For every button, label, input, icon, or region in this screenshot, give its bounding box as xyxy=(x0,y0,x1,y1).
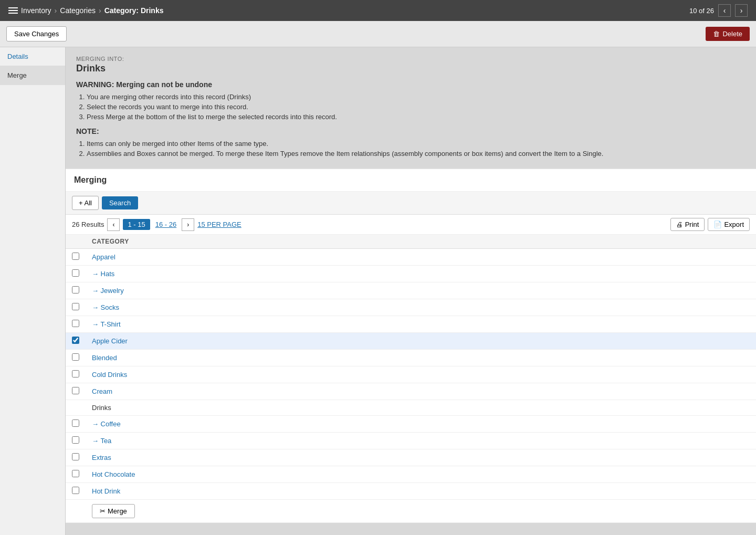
sidebar-item-details[interactable]: Details xyxy=(0,47,65,66)
category-link-cream[interactable]: Cream xyxy=(92,387,112,395)
breadcrumb-current: Category: Drinks xyxy=(104,6,164,15)
category-link-tshirt[interactable]: → T-Shirt xyxy=(92,320,121,328)
hamburger-icon[interactable] xyxy=(8,7,18,14)
pagination-text: 10 of 26 xyxy=(689,7,714,15)
results-bar: 26 Results ‹ 1 - 15 16 - 26 › 15 PER PAG… xyxy=(66,215,756,235)
merge-action-row: ✂ Merge xyxy=(66,500,756,523)
table-header-category: CATEGORY xyxy=(86,235,756,249)
export-button[interactable]: 📄 Export xyxy=(708,218,750,231)
print-icon: 🖨 xyxy=(676,221,683,228)
category-link-coffee[interactable]: → Coffee xyxy=(92,420,121,428)
search-button[interactable]: Search xyxy=(102,196,138,209)
table-row: → Jewelry xyxy=(66,282,756,299)
page-range-2[interactable]: 16 - 26 xyxy=(153,219,178,229)
print-button[interactable]: 🖨 Print xyxy=(670,218,705,231)
note-title: NOTE: xyxy=(76,127,746,135)
warning-title: WARNING: Merging can not be undone xyxy=(76,80,746,89)
note-list: Items can only be merged into other Item… xyxy=(76,140,746,158)
category-link-apparel[interactable]: Apparel xyxy=(92,253,116,261)
warning-step-2: Select the records you want to merge int… xyxy=(87,103,746,111)
breadcrumb: Inventory › Categories › Category: Drink… xyxy=(21,6,163,15)
row-checkbox-socks[interactable] xyxy=(72,303,79,310)
merge-info: MERGING INTO: Drinks WARNING: Merging ca… xyxy=(66,47,756,168)
note-item-2: Assemblies and Boxes cannot be merged. T… xyxy=(87,150,746,158)
next-page-button[interactable]: › xyxy=(182,218,194,231)
category-link-hot-chocolate[interactable]: Hot Chocolate xyxy=(92,470,135,478)
trash-icon: 🗑 xyxy=(713,30,720,38)
table-row: Apparel xyxy=(66,249,756,266)
category-label-drinks: Drinks xyxy=(92,404,111,412)
nav-left: Inventory › Categories › Category: Drink… xyxy=(8,6,163,15)
warning-steps: You are merging other records into this … xyxy=(76,93,746,121)
sidebar-item-merge[interactable]: Merge xyxy=(0,66,65,85)
results-count: 26 Results xyxy=(72,221,104,228)
table-row: Cold Drinks xyxy=(66,366,756,383)
top-nav: Inventory › Categories › Category: Drink… xyxy=(0,0,756,21)
table-row: Hot Chocolate xyxy=(66,466,756,483)
merging-into-label: MERGING INTO: xyxy=(76,56,746,62)
panel-toolbar: + All Search xyxy=(66,192,756,215)
table-row: Drinks xyxy=(66,400,756,416)
category-link-jewelry[interactable]: → Jewelry xyxy=(92,287,124,295)
category-table: CATEGORY Apparel→ Hats→ Jewelry→ Socks→ … xyxy=(66,235,756,523)
page-range-1-active[interactable]: 1 - 15 xyxy=(123,219,150,230)
row-checkbox-cold-drinks[interactable] xyxy=(72,370,79,377)
row-checkbox-jewelry[interactable] xyxy=(72,286,79,293)
category-link-extras[interactable]: Extras xyxy=(92,454,111,461)
prev-page-button[interactable]: ‹ xyxy=(107,218,120,231)
export-icon: 📄 xyxy=(713,221,722,228)
toolbar: Save Changes 🗑 Delete xyxy=(0,21,756,47)
main-content: MERGING INTO: Drinks WARNING: Merging ca… xyxy=(66,47,756,535)
row-checkbox-hot-chocolate[interactable] xyxy=(72,470,79,477)
breadcrumb-sep-2: › xyxy=(99,6,101,15)
delete-button[interactable]: 🗑 Delete xyxy=(706,27,750,41)
category-link-cold-drinks[interactable]: Cold Drinks xyxy=(92,371,127,379)
row-checkbox-cream[interactable] xyxy=(72,387,79,394)
note-item-1: Items can only be merged into other Item… xyxy=(87,140,746,148)
table-row: Cream xyxy=(66,383,756,400)
row-checkbox-apple-cider[interactable] xyxy=(72,337,79,344)
row-checkbox-tshirt[interactable] xyxy=(72,320,79,327)
category-link-apple-cider[interactable]: Apple Cider xyxy=(92,337,128,345)
results-left: 26 Results ‹ 1 - 15 16 - 26 › 15 PER PAG… xyxy=(72,218,242,231)
breadcrumb-categories[interactable]: Categories xyxy=(60,6,96,15)
table-row: → Hats xyxy=(66,266,756,282)
merging-panel-title: Merging xyxy=(66,169,756,192)
warning-step-3: Press Merge at the bottom of the list to… xyxy=(87,113,746,121)
row-checkbox-blended[interactable] xyxy=(72,353,79,361)
row-checkbox-hot-drink[interactable] xyxy=(72,487,79,494)
table-row: → Tea xyxy=(66,433,756,449)
category-link-tea[interactable]: → Tea xyxy=(92,437,111,445)
category-link-hats[interactable]: → Hats xyxy=(92,270,114,278)
row-checkbox-apparel[interactable] xyxy=(72,253,79,260)
table-row: → T-Shirt xyxy=(66,316,756,333)
merge-icon: ✂ xyxy=(100,507,106,515)
all-button[interactable]: + All xyxy=(72,196,99,210)
category-link-hot-drink[interactable]: Hot Drink xyxy=(92,487,120,495)
category-link-socks[interactable]: → Socks xyxy=(92,303,119,311)
table-row: Blended xyxy=(66,350,756,366)
category-link-blended[interactable]: Blended xyxy=(92,354,117,362)
row-checkbox-tea[interactable] xyxy=(72,436,79,444)
merging-into-name: Drinks xyxy=(76,63,746,74)
table-row: → Coffee xyxy=(66,416,756,433)
warning-box: WARNING: Merging can not be undone You a… xyxy=(76,80,746,158)
row-checkbox-hats[interactable] xyxy=(72,269,79,277)
breadcrumb-inventory[interactable]: Inventory xyxy=(21,6,51,15)
save-changes-button[interactable]: Save Changes xyxy=(6,26,67,41)
row-checkbox-coffee[interactable] xyxy=(72,419,79,427)
nav-right: 10 of 26 ‹ › xyxy=(689,4,748,17)
next-record-button[interactable]: › xyxy=(735,4,748,17)
warning-step-1: You are merging other records into this … xyxy=(87,93,746,101)
main-layout: Details Merge MERGING INTO: Drinks WARNI… xyxy=(0,47,756,535)
merge-button[interactable]: ✂ Merge xyxy=(92,504,135,518)
table-row: → Socks xyxy=(66,299,756,316)
table-header-checkbox-col xyxy=(66,235,86,249)
row-checkbox-extras[interactable] xyxy=(72,453,79,460)
results-right: 🖨 Print 📄 Export xyxy=(670,218,750,231)
sidebar: Details Merge xyxy=(0,47,66,535)
prev-record-button[interactable]: ‹ xyxy=(718,4,731,17)
per-page-link[interactable]: 15 PER PAGE xyxy=(197,221,242,228)
table-row: Apple Cider xyxy=(66,333,756,350)
breadcrumb-sep-1: › xyxy=(55,6,57,15)
